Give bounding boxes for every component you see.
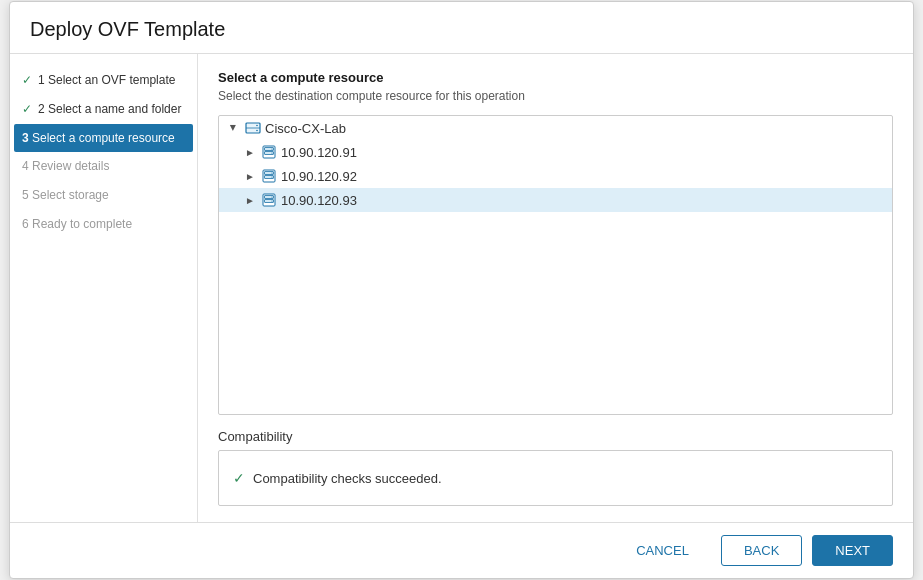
main-content: Select a compute resource Select the des…	[198, 54, 913, 522]
tree-node-92[interactable]: ► 10.90.120.92	[219, 164, 892, 188]
chevron-92: ►	[243, 169, 257, 183]
dialog-footer: CANCEL BACK NEXT	[10, 522, 913, 578]
tree-node-root-label: Cisco-CX-Lab	[265, 121, 346, 136]
chevron-91: ►	[243, 145, 257, 159]
svg-point-7	[271, 148, 272, 149]
host-icon-93	[261, 192, 277, 208]
svg-point-3	[256, 130, 258, 132]
next-button[interactable]: NEXT	[812, 535, 893, 566]
sidebar-step4-label: 4 Review details	[22, 158, 109, 175]
sidebar-item-step3[interactable]: 3 Select a compute resource	[14, 124, 193, 153]
svg-point-13	[271, 176, 272, 177]
sidebar-item-step4[interactable]: 4 Review details	[10, 152, 197, 181]
sidebar-item-step1[interactable]: ✓ 1 Select an OVF template	[10, 66, 197, 95]
section-subtitle: Select the destination compute resource …	[218, 89, 893, 103]
sidebar-item-step2[interactable]: ✓ 2 Select a name and folder	[10, 95, 197, 124]
tree-node-91[interactable]: ► 10.90.120.91	[219, 140, 892, 164]
sidebar-step2-label: 2 Select a name and folder	[38, 101, 181, 118]
cancel-button[interactable]: CANCEL	[614, 536, 711, 565]
svg-point-18	[271, 200, 272, 201]
tree-node-91-label: 10.90.120.91	[281, 145, 357, 160]
host-icon-92	[261, 168, 277, 184]
compat-box: ✓ Compatibility checks succeeded.	[218, 450, 893, 506]
compat-check-icon: ✓	[233, 470, 245, 486]
sidebar-step6-label: 6 Ready to complete	[22, 216, 132, 233]
sidebar-step3-label: 3 Select a compute resource	[22, 130, 175, 147]
sidebar-step1-label: 1 Select an OVF template	[38, 72, 175, 89]
tree-node-93[interactable]: ► 10.90.120.93	[219, 188, 892, 212]
svg-point-12	[271, 172, 272, 173]
dialog-title: Deploy OVF Template	[30, 18, 893, 41]
dialog-header: Deploy OVF Template	[10, 2, 913, 54]
dialog-body: ✓ 1 Select an OVF template ✓ 2 Select a …	[10, 54, 913, 522]
sidebar-item-step5[interactable]: 5 Select storage	[10, 181, 197, 210]
compat-message: Compatibility checks succeeded.	[253, 471, 442, 486]
chevron-93: ►	[243, 193, 257, 207]
sidebar-item-step6[interactable]: 6 Ready to complete	[10, 210, 197, 239]
svg-point-17	[271, 196, 272, 197]
check-icon-step2: ✓	[22, 101, 32, 118]
compute-resource-tree[interactable]: ► Cisco-CX-Lab ►	[218, 115, 893, 415]
tree-node-root[interactable]: ► Cisco-CX-Lab	[219, 116, 892, 140]
host-icon-91	[261, 144, 277, 160]
back-button[interactable]: BACK	[721, 535, 802, 566]
tree-node-93-label: 10.90.120.93	[281, 193, 357, 208]
svg-point-8	[271, 152, 272, 153]
check-icon-step1: ✓	[22, 72, 32, 89]
sidebar: ✓ 1 Select an OVF template ✓ 2 Select a …	[10, 54, 198, 522]
section-title: Select a compute resource	[218, 70, 893, 85]
datacenter-icon	[245, 120, 261, 136]
svg-point-2	[256, 125, 258, 127]
tree-node-92-label: 10.90.120.92	[281, 169, 357, 184]
compat-label: Compatibility	[218, 429, 893, 444]
deploy-ovf-dialog: Deploy OVF Template ✓ 1 Select an OVF te…	[9, 1, 914, 579]
chevron-root: ►	[227, 121, 241, 135]
sidebar-step5-label: 5 Select storage	[22, 187, 109, 204]
